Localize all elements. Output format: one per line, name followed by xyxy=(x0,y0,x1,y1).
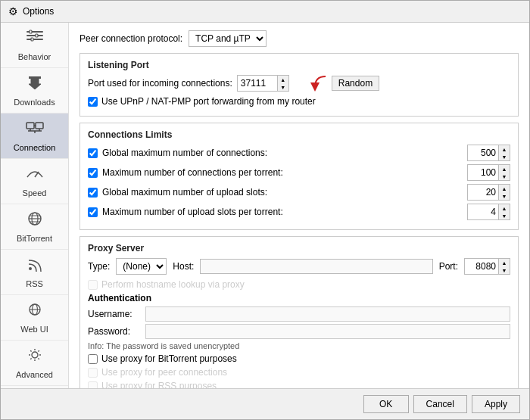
hostname-lookup-row: Perform hostname lookup via proxy xyxy=(88,279,510,290)
cancel-button[interactable]: Cancel xyxy=(413,395,467,413)
svg-rect-4 xyxy=(36,34,38,37)
svg-rect-6 xyxy=(29,76,41,79)
title-bar-icon: ⚙ xyxy=(8,5,18,17)
sidebar-item-connection[interactable]: Connection xyxy=(1,114,68,159)
svg-rect-8 xyxy=(36,123,43,129)
sidebar-item-bittorrent-label: BitTorrent xyxy=(17,234,52,243)
auth-section: Authentication Username: Password: Info:… xyxy=(88,293,510,350)
password-input[interactable] xyxy=(145,324,510,339)
listening-port-section: Listening Port Port used for incoming co… xyxy=(80,53,519,117)
sidebar-item-speed[interactable]: Speed xyxy=(1,159,68,204)
port-spinner: ▲ ▼ xyxy=(277,76,288,91)
info-text: Info: The password is saved unencrypted xyxy=(88,341,510,350)
connections-limits-section: Connections Limits Global maximum number… xyxy=(80,123,519,230)
proxy-port-spin-up[interactable]: ▲ xyxy=(499,259,510,266)
bittorrent-proxy-label: Use proxy for BitTorrent purposes xyxy=(101,353,237,364)
proxy-server-section: Proxy Server Type: (None) Host: Port: ▲ … xyxy=(80,236,519,388)
proxy-type-select[interactable]: (None) xyxy=(116,258,167,275)
sidebar-item-behavior-label: Behavior xyxy=(18,52,51,61)
limit-checkbox-3[interactable] xyxy=(88,207,98,217)
limit-spinner-2: ▲ ▼ xyxy=(498,185,510,200)
bittorrent-icon xyxy=(25,210,45,232)
username-row: Username: xyxy=(88,306,510,322)
main-content: Peer connection protocol: TCP and µTP Li… xyxy=(69,23,529,388)
connections-limits-title: Connections Limits xyxy=(88,129,510,140)
limit-checkbox-2[interactable] xyxy=(88,188,98,198)
sidebar-item-downloads-label: Downloads xyxy=(14,98,55,107)
sidebar-item-advanced[interactable]: Advanced xyxy=(1,341,68,386)
peer-proxy-checkbox xyxy=(88,368,98,378)
sidebar-item-advanced-label: Advanced xyxy=(16,370,53,379)
limit-input-wrap-0: ▲ ▼ xyxy=(467,145,510,161)
protocol-select[interactable]: TCP and µTP xyxy=(189,30,267,47)
limit-label-0: Global maximum number of connections: xyxy=(102,148,463,158)
proxy-port-label: Port: xyxy=(439,261,458,272)
protocol-row: Peer connection protocol: TCP and µTP xyxy=(80,30,519,47)
limit-spin-up-0[interactable]: ▲ xyxy=(499,145,510,153)
proxy-type-label: Type: xyxy=(88,261,110,272)
hostname-lookup-label: Perform hostname lookup via proxy xyxy=(101,279,245,290)
svg-point-20 xyxy=(29,267,32,270)
limit-spin-down-2[interactable]: ▼ xyxy=(499,192,510,200)
limit-input-1[interactable] xyxy=(468,166,498,179)
port-row: Port used for incoming connections: ▲ ▼ xyxy=(88,75,510,92)
proxy-host-input[interactable] xyxy=(200,259,432,274)
svg-rect-2 xyxy=(26,39,43,40)
limit-input-wrap-2: ▲ ▼ xyxy=(467,184,510,201)
rss-proxy-label: Use proxy for RSS purposes xyxy=(101,381,217,388)
limit-input-wrap-3: ▲ ▼ xyxy=(467,204,510,220)
sidebar-item-speed-label: Speed xyxy=(23,188,47,198)
svg-rect-5 xyxy=(31,38,33,41)
port-input-wrap: ▲ ▼ xyxy=(237,75,289,92)
limit-input-wrap-1: ▲ ▼ xyxy=(467,164,510,181)
speed-icon xyxy=(25,165,45,186)
port-input[interactable] xyxy=(238,76,277,90)
username-label: Username: xyxy=(88,309,141,319)
random-button[interactable]: Random xyxy=(332,76,379,91)
sidebar-item-connection-label: Connection xyxy=(14,143,56,152)
sidebar-item-downloads[interactable]: Downloads xyxy=(1,68,68,114)
svg-point-24 xyxy=(32,352,38,358)
port-spin-down[interactable]: ▼ xyxy=(278,83,288,91)
svg-rect-1 xyxy=(26,35,43,36)
username-input[interactable] xyxy=(145,306,510,322)
auth-title: Authentication xyxy=(88,293,510,303)
sidebar-item-webui-label: Web UI xyxy=(20,325,48,334)
sidebar-item-webui[interactable]: Web UI xyxy=(1,295,68,341)
limit-spin-down-3[interactable]: ▼ xyxy=(499,212,510,219)
window-body: Behavior Downloads xyxy=(1,23,529,388)
proxy-port-input[interactable] xyxy=(465,260,498,272)
sidebar: Behavior Downloads xyxy=(1,23,69,388)
limit-spin-down-0[interactable]: ▼ xyxy=(499,153,510,160)
limit-spin-down-1[interactable]: ▼ xyxy=(499,173,510,180)
limit-input-0[interactable] xyxy=(468,147,498,159)
limit-spin-up-3[interactable]: ▲ xyxy=(499,204,510,212)
proxy-host-label: Host: xyxy=(173,261,194,272)
limit-spin-up-2[interactable]: ▲ xyxy=(499,185,510,192)
sidebar-item-behavior[interactable]: Behavior xyxy=(1,23,68,68)
sidebar-item-rss-label: RSS xyxy=(26,279,43,288)
hostname-lookup-checkbox xyxy=(88,280,98,290)
proxy-port-spin-down[interactable]: ▼ xyxy=(499,266,510,274)
bittorrent-proxy-checkbox[interactable] xyxy=(88,354,98,364)
limit-checkbox-1[interactable] xyxy=(88,168,98,178)
port-spin-up[interactable]: ▲ xyxy=(278,76,288,83)
rss-proxy-row: Use proxy for RSS purposes xyxy=(88,381,510,388)
limit-input-2[interactable] xyxy=(468,186,498,198)
advanced-icon xyxy=(25,347,45,368)
apply-button[interactable]: Apply xyxy=(472,395,520,413)
ok-button[interactable]: OK xyxy=(363,395,409,413)
options-window: ⚙ Options Behavior xyxy=(0,0,530,420)
sidebar-item-rss[interactable]: RSS xyxy=(1,250,68,295)
limit-row-2: Global maximum number of upload slots: ▲… xyxy=(88,184,510,201)
limit-spin-up-1[interactable]: ▲ xyxy=(499,165,510,173)
proxy-port-spinner: ▲ ▼ xyxy=(498,259,510,274)
limit-row-0: Global maximum number of connections: ▲ … xyxy=(88,145,510,161)
limit-input-3[interactable] xyxy=(468,206,498,218)
upnp-checkbox[interactable] xyxy=(88,97,98,107)
proxy-port-wrap: ▲ ▼ xyxy=(464,258,510,275)
sidebar-item-bittorrent[interactable]: BitTorrent xyxy=(1,204,68,250)
limit-spinner-0: ▲ ▼ xyxy=(498,145,510,160)
limit-label-1: Maximum number of connections per torren… xyxy=(102,167,463,178)
limit-checkbox-0[interactable] xyxy=(88,148,98,158)
